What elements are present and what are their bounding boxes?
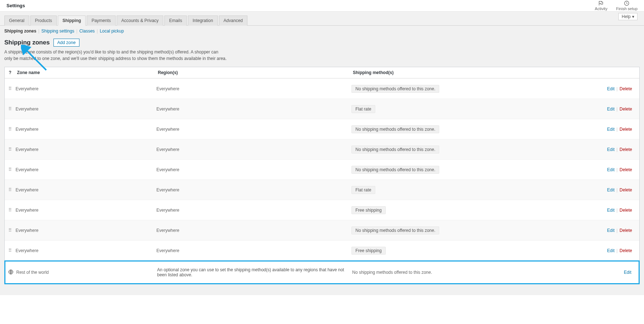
rest-of-world-name[interactable]: Rest of the world [16,270,157,275]
delete-link[interactable]: Delete [619,248,632,253]
subnav-local-pickup[interactable]: Local pickup [100,29,124,34]
flag-icon [598,0,604,6]
zone-name[interactable]: Everywhere [16,248,156,253]
zone-name[interactable]: Everywhere [16,107,156,112]
add-zone-button[interactable]: Add zone [53,39,80,47]
zone-method: Free shipping [351,206,532,214]
tab-shipping[interactable]: Shipping [58,16,86,26]
edit-link[interactable]: Edit [607,127,615,132]
zone-region: Everywhere [156,107,351,112]
table-row: ⠿EverywhereEverywhereFree shippingEdit |… [5,200,639,220]
table-row: ⠿EverywhereEverywhereFlat rateEdit | Del… [5,99,639,119]
drag-handle-icon[interactable]: ⠿ [5,106,16,112]
table-row: ⠿EverywhereEverywhereNo shipping methods… [5,78,639,99]
zone-method: No shipping methods offered to this zone… [351,226,532,234]
zone-method: No shipping methods offered to this zone… [351,166,532,174]
table-row: ⠿EverywhereEverywhereFree shippingEdit |… [5,240,639,260]
zone-name[interactable]: Everywhere [16,147,156,152]
col-shipping-methods: Shipping method(s) [351,67,532,78]
drag-handle-icon[interactable]: ⠿ [5,86,16,91]
delete-link[interactable]: Delete [619,147,632,152]
shipping-zones-table: ? Zone name Region(s) Shipping method(s)… [4,67,640,261]
zone-method: No shipping methods offered to this zone… [351,146,532,154]
table-row: ⠿EverywhereEverywhereNo shipping methods… [5,220,639,240]
zone-name[interactable]: Everywhere [16,167,156,172]
rest-of-world-desc: An optional zone you can use to set the … [157,267,352,277]
chevron-down-icon: ▾ [632,14,634,19]
tab-accounts-privacy[interactable]: Accounts & Privacy [117,16,163,26]
rest-of-world-method: No shipping methods offered to this zone… [352,270,533,275]
help-icon[interactable]: ? [5,67,16,78]
rest-of-world-row: Rest of the world An optional zone you c… [4,260,640,284]
zone-region: Everywhere [156,248,351,253]
tab-payments[interactable]: Payments [87,16,115,26]
edit-link[interactable]: Edit [607,107,615,112]
zone-region: Everywhere [156,127,351,132]
zone-name[interactable]: Everywhere [16,187,156,193]
help-label: Help [622,14,631,19]
edit-link[interactable]: Edit [607,147,615,152]
zone-region: Everywhere [156,147,351,152]
activity-label: Activity [595,7,608,11]
zone-method: Free shipping [351,247,532,255]
drag-handle-icon[interactable]: ⠿ [5,207,16,213]
activity-button[interactable]: Activity [595,0,608,11]
settings-tabs: GeneralProductsShippingPaymentsAccounts … [0,12,644,26]
zone-name[interactable]: Everywhere [16,86,156,91]
zone-region: Everywhere [156,208,351,213]
tab-emails[interactable]: Emails [164,16,187,26]
zone-method: Flat rate [351,186,532,194]
delete-link[interactable]: Delete [619,107,632,112]
page-title: Settings [7,3,25,8]
delete-link[interactable]: Delete [619,208,632,213]
finish-setup-label: Finish setup [616,7,637,11]
drag-handle-icon[interactable]: ⠿ [5,228,16,233]
drag-handle-icon[interactable]: ⠿ [5,147,16,152]
section-description: A shipping zone consists of the region(s… [0,48,231,67]
edit-link[interactable]: Edit [607,228,615,233]
table-row: ⠿EverywhereEverywhereNo shipping methods… [5,159,639,180]
edit-link[interactable]: Edit [607,86,615,91]
tab-products[interactable]: Products [30,16,57,26]
edit-link[interactable]: Edit [607,208,615,213]
delete-link[interactable]: Delete [619,127,632,132]
shipping-subnav: Shipping zones | Shipping settings | Cla… [0,26,644,36]
tab-advanced[interactable]: Advanced [219,16,247,26]
table-row: ⠿EverywhereEverywhereFlat rateEdit | Del… [5,180,639,200]
edit-link[interactable]: Edit [607,248,615,253]
zone-region: Everywhere [156,228,351,233]
zone-method: No shipping methods offered to this zone… [351,125,532,133]
page-body: Help ▾ GeneralProductsShippingPaymentsAc… [0,12,644,295]
delete-link[interactable]: Delete [619,167,632,172]
drag-handle-icon[interactable]: ⠿ [5,187,16,193]
col-regions: Region(s) [156,67,351,78]
subnav-shipping-zones[interactable]: Shipping zones [4,29,36,34]
tab-general[interactable]: General [4,16,29,26]
zone-method: Flat rate [351,105,532,113]
section-heading: Shipping zones [4,39,50,46]
delete-link[interactable]: Delete [619,86,632,91]
zone-name[interactable]: Everywhere [16,228,156,233]
table-row: ⠿EverywhereEverywhereNo shipping methods… [5,119,639,139]
delete-link[interactable]: Delete [619,187,632,193]
edit-link[interactable]: Edit [607,187,615,193]
delete-link[interactable]: Delete [619,228,632,233]
drag-handle-icon[interactable]: ⠿ [5,248,16,253]
tab-integration[interactable]: Integration [188,16,218,26]
topbar: Settings Activity Finish setup [0,0,644,12]
zone-name[interactable]: Everywhere [16,127,156,132]
col-zone-name: Zone name [16,67,156,78]
zone-region: Everywhere [156,167,351,172]
drag-handle-icon[interactable]: ⠿ [5,126,16,132]
subnav-classes[interactable]: Classes [79,29,95,34]
help-toggle[interactable]: Help ▾ [618,13,637,20]
zone-name[interactable]: Everywhere [16,208,156,213]
zone-region: Everywhere [156,86,351,91]
subnav-shipping-settings[interactable]: Shipping settings [41,29,74,34]
finish-setup-button[interactable]: Finish setup [616,0,637,11]
edit-link[interactable]: Edit [624,270,631,275]
edit-link[interactable]: Edit [607,167,615,172]
drag-handle-icon[interactable]: ⠿ [5,167,16,172]
zone-method: No shipping methods offered to this zone… [351,85,532,93]
globe-icon [5,269,16,276]
